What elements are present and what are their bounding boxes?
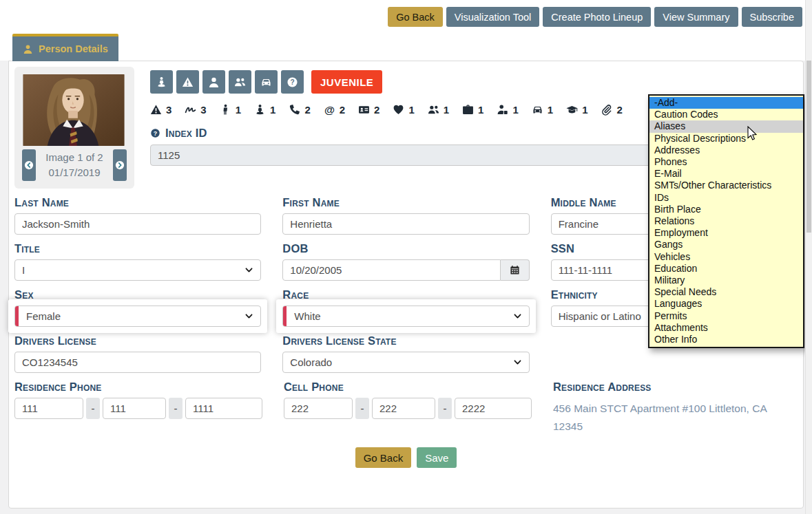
subscribe-button[interactable]: Subscribe — [742, 7, 802, 27]
dropdown-item-education[interactable]: Education — [649, 263, 803, 275]
title-select[interactable]: I — [14, 259, 261, 281]
create-photo-lineup-button[interactable]: Create Photo Lineup — [543, 7, 651, 27]
dropdown-item-addresses[interactable]: Addresses — [649, 144, 803, 156]
first-name-label: First Name — [282, 196, 529, 209]
stat-count: 1 — [512, 104, 518, 116]
dropdown-item-phones[interactable]: Phones — [649, 156, 803, 168]
stat-count: 3 — [200, 104, 206, 116]
stat-count: 1 — [444, 104, 449, 116]
dropdown-item-birth-place[interactable]: Birth Place — [649, 204, 803, 215]
phone-separator: - — [169, 398, 183, 419]
dropdown-item-add[interactable]: -Add- — [649, 97, 803, 109]
dropdown-item-special-needs[interactable]: Special Needs — [649, 286, 803, 298]
stat-warning[interactable]: 3 — [150, 104, 171, 116]
stat-user-badge[interactable]: 1 — [497, 104, 518, 116]
page-scrollbar[interactable] — [805, 0, 812, 514]
chevron-down-icon — [513, 312, 522, 321]
stat-car[interactable]: 1 — [532, 104, 553, 116]
person-icon — [220, 104, 231, 116]
svg-text:@: @ — [324, 104, 335, 116]
dropdown-item-permits[interactable]: Permits — [649, 310, 803, 322]
stat-id-card[interactable]: 2 — [358, 104, 379, 116]
race-select[interactable]: White — [282, 306, 529, 327]
dropdown-item-other-info[interactable]: Other Info — [649, 334, 803, 345]
go-back-button[interactable]: Go Back — [388, 7, 443, 27]
drivers-license-state-value: Colorado — [290, 356, 332, 368]
dropdown-item-aliases[interactable]: Aliases — [649, 120, 803, 132]
users-icon — [428, 104, 439, 116]
stat-person[interactable]: 1 — [220, 104, 241, 116]
cell-phone-area-input[interactable] — [284, 398, 353, 419]
stat-paperclip[interactable]: 2 — [601, 104, 622, 116]
stat-graduation-cap[interactable]: 1 — [566, 104, 587, 116]
residence-phone-area-input[interactable] — [14, 398, 83, 419]
dob-input[interactable] — [282, 259, 500, 281]
dropdown-item-vehicles[interactable]: Vehicles — [649, 251, 803, 263]
visualization-tool-button[interactable]: Visualization Tool — [446, 7, 540, 27]
stat-signature[interactable]: 3 — [185, 104, 206, 116]
dropdown-item-languages[interactable]: Languages — [649, 298, 803, 310]
users-button[interactable] — [229, 70, 251, 94]
dropdown-item-ids[interactable]: IDs — [649, 192, 803, 204]
svg-text:?: ? — [154, 130, 157, 137]
dropdown-item-gangs[interactable]: Gangs — [649, 239, 803, 250]
user-button[interactable] — [202, 70, 225, 94]
users-icon — [234, 76, 246, 88]
go-back-button-bottom[interactable]: Go Back — [355, 447, 412, 468]
warning-button[interactable] — [176, 70, 199, 94]
dropdown-item-caution-codes[interactable]: Caution Codes — [649, 109, 803, 120]
stat-phone[interactable]: 2 — [289, 104, 310, 116]
footer-actions: Go Back Save — [14, 447, 798, 468]
dropdown-item-employment[interactable]: Employment — [649, 227, 803, 239]
first-name-input[interactable] — [282, 213, 529, 235]
dropdown-item-e-mail[interactable]: E-Mail — [649, 168, 803, 180]
icon-button-row: ?JUVENILE — [150, 70, 798, 94]
save-button[interactable]: Save — [417, 447, 457, 468]
view-summary-button[interactable]: View Summary — [654, 7, 738, 27]
dropdown-item-military[interactable]: Military — [649, 275, 803, 286]
stat-heart[interactable]: 1 — [393, 104, 414, 116]
residence-phone-prefix-input[interactable] — [103, 398, 166, 419]
residence-phone-line-input[interactable] — [185, 398, 262, 419]
car-button[interactable] — [255, 70, 278, 94]
street-view-button[interactable] — [150, 70, 173, 94]
person-photo — [22, 74, 125, 146]
stat-count: 1 — [582, 104, 587, 116]
phone-separator: - — [86, 398, 100, 419]
paperclip-icon — [601, 104, 612, 116]
add-dropdown-list: -Add-Caution CodesAliasesPhysical Descri… — [648, 94, 804, 348]
dropdown-item-smts-other-characteristics[interactable]: SMTs/Other Characteristics — [649, 180, 803, 191]
cell-phone-line-input[interactable] — [455, 398, 532, 419]
stat-count: 1 — [408, 104, 414, 116]
dob-label: DOB — [282, 242, 529, 255]
stat-count: 1 — [236, 104, 241, 116]
scrollbar-thumb[interactable] — [806, 61, 811, 233]
user-icon — [208, 76, 220, 88]
dropdown-item-physical-descriptions[interactable]: Physical Descriptions — [649, 133, 803, 144]
question-button[interactable]: ? — [281, 70, 304, 94]
cell-phone-prefix-input[interactable] — [372, 398, 435, 419]
tab-person-details[interactable]: Person Details — [12, 34, 118, 61]
dropdown-item-relations[interactable]: Relations — [649, 215, 803, 227]
title-value: I — [22, 264, 25, 276]
sex-value: Female — [26, 310, 61, 322]
previous-image-button[interactable] — [22, 149, 36, 181]
next-image-button[interactable] — [113, 149, 127, 181]
tab-label: Person Details — [39, 43, 108, 54]
drivers-license-state-select[interactable]: Colorado — [282, 352, 529, 373]
image-date: 01/17/2019 — [36, 165, 113, 181]
stat-street-view[interactable]: 1 — [254, 104, 275, 116]
drivers-license-input[interactable] — [14, 352, 261, 373]
residence-phone-label: Residence Phone — [14, 381, 262, 394]
stat-briefcase[interactable]: 1 — [462, 104, 483, 116]
dropdown-item-attachments[interactable]: Attachments — [649, 322, 803, 334]
stat-users[interactable]: 1 — [428, 104, 449, 116]
race-highlight: White — [276, 299, 535, 333]
last-name-input[interactable] — [14, 213, 261, 235]
stat-at[interactable]: @2 — [324, 104, 345, 116]
graduation-cap-icon — [566, 104, 578, 116]
sex-select[interactable]: Female — [14, 306, 261, 327]
calendar-button[interactable] — [501, 259, 530, 281]
image-caption: Image 1 of 2 01/17/2019 — [36, 150, 113, 181]
stat-count: 3 — [166, 104, 171, 116]
